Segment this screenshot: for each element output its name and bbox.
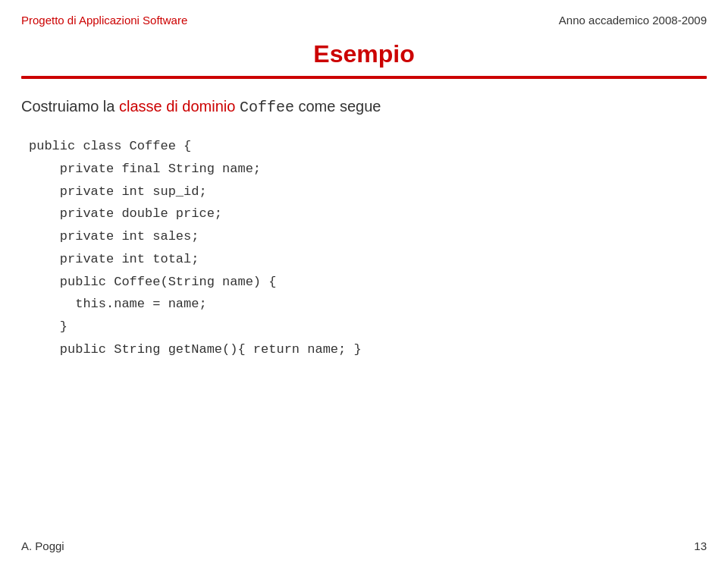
code-line-10: } xyxy=(29,316,707,338)
intro-paragraph: Costruiamo la classe di dominio Coffee c… xyxy=(21,96,707,118)
code-line-8: public Coffee(String name) { xyxy=(29,271,707,294)
code-line-1: public class Coffee { xyxy=(29,135,707,158)
code-line-5: private int sales; xyxy=(29,225,707,248)
content-area: Costruiamo la classe di dominio Coffee c… xyxy=(0,96,728,361)
header-right: Anno accademico 2008-2009 xyxy=(559,14,707,27)
footer: A. Poggi 13 xyxy=(21,539,707,552)
code-line-3: private int sup_id; xyxy=(29,181,707,203)
header: Progetto di Applicazioni Software Anno a… xyxy=(0,0,728,27)
code-line-4: private double price; xyxy=(29,203,707,225)
title-section: Esempio xyxy=(0,40,728,68)
code-line-9: this.name = name; xyxy=(29,293,707,316)
header-left: Progetto di Applicazioni Software xyxy=(21,14,187,27)
page-title: Esempio xyxy=(313,40,414,68)
code-line-12: public String getName(){ return name; } xyxy=(29,338,707,361)
code-block: public class Coffee { private final Stri… xyxy=(21,135,707,361)
intro-after: come segue xyxy=(294,98,381,115)
code-line-6: private int total; xyxy=(29,248,707,271)
code-line-2: private final String name; xyxy=(29,158,707,181)
divider xyxy=(21,76,707,79)
footer-author: A. Poggi xyxy=(21,539,64,552)
intro-before: Costruiamo la xyxy=(21,98,119,115)
intro-highlight: classe di dominio xyxy=(119,98,235,115)
footer-page: 13 xyxy=(694,539,707,552)
intro-code: Coffee xyxy=(240,99,294,116)
